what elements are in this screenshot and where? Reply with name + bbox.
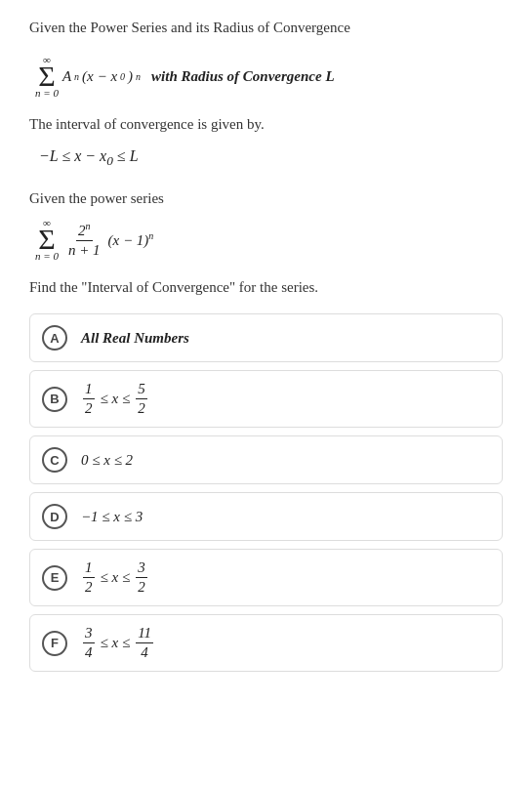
option-A[interactable]: A All Real Numbers	[29, 313, 503, 362]
option-C[interactable]: C 0 ≤ x ≤ 2	[29, 435, 503, 484]
option-F-leq1: ≤ x ≤	[101, 635, 131, 651]
option-B-frac2: 5 2	[136, 381, 147, 417]
frac-numerator: 2n	[76, 221, 93, 241]
term-A: A	[62, 68, 71, 85]
option-E-frac2: 3 2	[136, 559, 147, 596]
options-list: A All Real Numbers B 1 2 ≤ x ≤ 5 2 C 0 ≤…	[29, 313, 503, 672]
term-sub-n: n	[74, 71, 79, 82]
option-F-label: 3 4 ≤ x ≤ 11 4	[81, 625, 155, 661]
option-D-label: −1 ≤ x ≤ 3	[81, 509, 143, 525]
option-E-leq1: ≤ x ≤	[101, 569, 131, 586]
option-F-frac2: 11 4	[136, 625, 153, 661]
interval-intro-text: The interval of convergence is given by.	[29, 116, 503, 133]
option-E-label: 1 2 ≤ x ≤ 3 2	[81, 559, 149, 596]
power-series-formula: ∞ Σ n = 0 An (x − x0)n with Radius of Co…	[35, 54, 503, 99]
option-B[interactable]: B 1 2 ≤ x ≤ 5 2	[29, 370, 503, 428]
option-B-circle: B	[42, 387, 67, 412]
term-x0-sub: 0	[120, 71, 125, 82]
series-factor-exp: n	[148, 230, 153, 241]
option-A-circle: A	[42, 325, 67, 351]
option-E-circle: E	[42, 565, 67, 591]
option-F-frac1: 3 4	[83, 625, 95, 661]
term-exp-n: n	[136, 71, 141, 82]
sigma-sub: n = 0	[35, 87, 59, 99]
option-F-circle: F	[42, 631, 67, 656]
question-text: Find the "Interval of Convergence" for t…	[29, 279, 503, 296]
option-B-frac1: 1 2	[83, 381, 95, 417]
frac-denominator: n + 1	[66, 241, 102, 259]
series-term-main: An (x − x0)n with Radius of Convergence …	[62, 68, 335, 85]
interval-intro-section: The interval of convergence is given by.…	[29, 116, 503, 173]
given-sigma-block: ∞ Σ n = 0	[35, 217, 59, 262]
option-E[interactable]: E 1 2 ≤ x ≤ 3 2	[29, 549, 503, 606]
question-section: Find the "Interval of Convergence" for t…	[29, 279, 503, 296]
given-series-text: Given the power series	[29, 190, 503, 207]
term-paren: (x − x	[82, 68, 117, 85]
header-title: Given the Power Series and its Radius of…	[29, 20, 503, 36]
option-B-label: 1 2 ≤ x ≤ 5 2	[81, 381, 149, 417]
option-C-label: 0 ≤ x ≤ 2	[81, 452, 133, 469]
option-B-leq1: ≤ x ≤	[101, 391, 131, 407]
radius-label: with Radius of Convergence L	[151, 68, 335, 85]
given-sigma-sub: n = 0	[35, 250, 59, 262]
term-paren-close: )	[128, 68, 133, 85]
series-fraction: 2n n + 1	[66, 221, 102, 259]
option-D[interactable]: D −1 ≤ x ≤ 3	[29, 492, 503, 541]
option-D-circle: D	[42, 504, 67, 529]
given-series-formula: ∞ Σ n = 0 2n n + 1 (x − 1)n	[35, 217, 503, 262]
series-factor: (x − 1)n	[108, 230, 154, 249]
interval-inequality-block: −L ≤ x − x0 ≤ L	[39, 143, 503, 173]
option-E-frac1: 1 2	[83, 559, 95, 596]
given-series-frac-block: 2n n + 1 (x − 1)n	[64, 221, 153, 259]
option-C-circle: C	[42, 447, 67, 473]
given-series-section: Given the power series ∞ Σ n = 0 2n n + …	[29, 190, 503, 262]
frac-num-sup: n	[86, 221, 91, 231]
header-section: Given the Power Series and its Radius of…	[29, 20, 503, 36]
option-F[interactable]: F 3 4 ≤ x ≤ 11 4	[29, 614, 503, 672]
sigma-symbol-block: ∞ Σ n = 0	[35, 54, 59, 99]
power-series-section: ∞ Σ n = 0 An (x − x0)n with Radius of Co…	[29, 54, 503, 99]
option-A-label: All Real Numbers	[81, 330, 189, 347]
inequality-text: −L ≤ x − x0 ≤ L	[39, 147, 139, 164]
